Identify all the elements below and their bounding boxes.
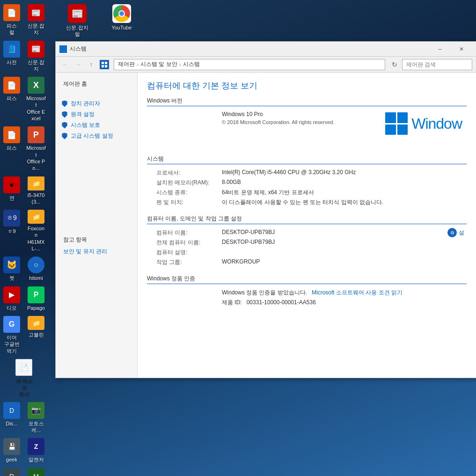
windows-version-block: Window Windows 10 Pro © 2018 Microsoft C… (147, 110, 467, 147)
section-header-version: Windows 버전 (147, 97, 467, 106)
svg-rect-1 (64, 46, 66, 49)
alcane-icon[interactable]: Z 알캔저 (24, 436, 48, 465)
address-bar[interactable]: 제어판 › 시스템 및 보안 › 시스템 (114, 59, 385, 70)
youtube-label: YouTube (111, 24, 132, 31)
product-id-row: 제품 ID: 00331-10000-00001-AA536 (147, 298, 467, 308)
full-computer-name-row: 전체 컴퓨터 이름: DESKTOP-UPB79BJ (147, 238, 467, 248)
svg-rect-4 (102, 62, 104, 64)
close-button[interactable]: ✕ (451, 42, 472, 57)
sidebar-security-link[interactable]: 보안 및 유지 관리 (56, 246, 137, 257)
i5-icon[interactable]: 📁 i5-3470(3... (24, 175, 48, 207)
svg-rect-5 (105, 62, 107, 64)
ram-row: 설치된 메모리(RAM): 8.00GB (147, 178, 467, 188)
svg-rect-2 (60, 50, 63, 52)
up-button[interactable]: ↑ (86, 59, 97, 70)
svg-rect-7 (105, 65, 107, 67)
back-button[interactable]: ← (59, 59, 71, 70)
desktop-left-icons: 📄 피스럴 📰 신문.잡지 📘 사전 📰 신문.잡지 📄 피스 X Micros… (0, 0, 54, 476)
window-title-icon (59, 45, 67, 53)
windows-logo (385, 112, 408, 135)
sidebar-item-system-protection[interactable]: 시스템 보호 (56, 120, 137, 131)
sinmun-icon[interactable]: 📰 신문.잡지 (24, 2, 48, 38)
sidebar-item-remote-settings[interactable]: 원격 설정 (56, 109, 137, 120)
ms-excel-icon[interactable]: X MicrosoftOffice Excel (24, 75, 48, 124)
sidebar-item-advanced-settings[interactable]: 고급 시스템 설정 (56, 131, 137, 141)
shield-icon-3 (61, 122, 68, 129)
windows-version-section: Windows 버전 Window Window (147, 97, 467, 147)
processor-row: 프로세서: Intel(R) Core(TM) i5-4460 CPU @ 3.… (147, 168, 467, 178)
sinmun-top-icon[interactable]: 📰 신문.잡지럴 (56, 2, 98, 40)
svg-rect-3 (64, 50, 66, 52)
activation-status-row: Windows 정품 인증을 받았습니다. Microsoft 소프트웨어 사용… (147, 288, 467, 298)
window-toolbar: ← → ↑ 제어판 › 시스템 및 보안 › 시스템 ↻ (56, 57, 476, 73)
icon-label: 신문.잡지럴 (66, 24, 88, 38)
shield-icon-1 (61, 101, 68, 107)
section-header-system: 시스템 (147, 155, 467, 164)
forward-button[interactable]: → (73, 59, 84, 70)
pen-touch-row: 펜 및 터치: 이 디스플레이에 사용할 수 있는 펜 또는 터치식 입력이 없… (147, 198, 467, 207)
sidebar-item-device-manager[interactable]: 장치 관리자 (56, 98, 137, 109)
minimize-button[interactable]: – (429, 42, 451, 57)
sidebar-home: 제어판 홈 (56, 78, 137, 90)
page-title: 컴퓨터에 대한 기본 정보 보기 (147, 80, 467, 91)
youtube-icon[interactable]: YouTube (101, 2, 143, 40)
svg-rect-6 (102, 65, 104, 67)
settings-link-area[interactable]: ⚙ 설 (447, 228, 464, 237)
computer-desc-row: 컴퓨터 설명: (147, 248, 467, 257)
activation-link[interactable]: Microsoft 소프트웨어 사용 조건 읽기 (312, 289, 403, 296)
system-section: 시스템 프로세서: Intel(R) Core(TM) i5-4460 CPU … (147, 155, 467, 207)
sidebar: 제어판 홈 장치 관리자 원격 설정 시스템 보호 고급 시스템 설정 (56, 73, 138, 378)
shield-icon-4 (61, 133, 68, 139)
dio-icon[interactable]: ▶ 디오 (0, 285, 23, 313)
window-controls: – ✕ (429, 42, 472, 57)
new-text-icon[interactable]: 📄 새 텍스트문서 (12, 357, 36, 399)
settings-link[interactable]: 설 (459, 229, 464, 237)
computer-name-section: 컴퓨터 이름, 도메인 및 작업 그룹 설정 ⚙ 설 컴퓨터 이름: DESKT… (147, 215, 467, 267)
dis-icon[interactable]: D Dis... (0, 400, 23, 436)
address-icon (100, 60, 109, 69)
main-content: 컴퓨터에 대한 기본 정보 보기 Windows 버전 Window (138, 73, 476, 378)
hs9-icon[interactable]: ㅎ9 ㅎ9 (0, 208, 23, 254)
refresh-button[interactable]: ↻ (389, 59, 400, 70)
magia-icon[interactable]: M Magia-이... (24, 466, 48, 476)
photoscape-icon[interactable]: 📷 포토스케... (24, 400, 48, 436)
papago-icon[interactable]: P Papago (24, 285, 48, 313)
window-titlebar: 시스템 – ✕ (56, 42, 476, 57)
shield-icon-2 (61, 111, 68, 118)
ms-ppt-icon[interactable]: P MicrosoftOffice Po... (24, 124, 48, 173)
search-input[interactable] (402, 59, 472, 70)
window-body: 제어판 홈 장치 관리자 원격 설정 시스템 보호 고급 시스템 설정 (56, 73, 476, 378)
pis3-icon[interactable]: 📄 피스 (0, 124, 23, 173)
desktop-top-icons: 📰 신문.잡지럴 YouTube (54, 0, 145, 42)
sinmun2-icon[interactable]: 📰 신문.잡지 (24, 39, 48, 74)
goblin-icon[interactable]: 📁 고블린 (24, 314, 48, 356)
settings-icon: ⚙ (447, 228, 457, 237)
section-header-computer-name: 컴퓨터 이름, 도메인 및 작업 그룹 설정 (147, 215, 467, 224)
geek-icon[interactable]: 💾 geek (0, 436, 23, 465)
system-window: 시스템 – ✕ ← → ↑ 제어판 › 시스템 및 보안 › 시스템 ↻ (55, 41, 476, 378)
window-title-text: 시스템 (70, 45, 429, 53)
sidebar-reference-header: 참고 항목 (56, 234, 137, 246)
product-id-value: 00331-10000-00001-AA536 (247, 299, 316, 306)
system-type-row: 시스템 종류: 64비트 운영 체제, x64 기반 프로세서 (147, 188, 467, 198)
svg-rect-0 (60, 46, 63, 49)
yeon-icon[interactable]: ● 연 (0, 175, 23, 207)
windows-text: Window (411, 115, 462, 132)
hitomi-icon[interactable]: ○ hitomi (24, 255, 48, 283)
pis-icon-1[interactable]: 📄 피스럴 (0, 2, 23, 38)
ket-icon[interactable]: 🐱 켓 (0, 255, 23, 283)
workgroup-row: 작업 그룹: WORKGROUP (147, 257, 467, 267)
section-header-activation: Windows 정품 인증 (147, 275, 467, 284)
pis2-icon[interactable]: 📄 피스 (0, 75, 23, 124)
raid-icon[interactable]: R RAID (0, 466, 23, 476)
jeon-icon[interactable]: 📘 사전 (0, 39, 23, 74)
product-id-label: 제품 ID: (222, 299, 242, 306)
activation-section: Windows 정품 인증 Windows 정품 인증을 받았습니다. Micr… (147, 275, 467, 308)
google-translate-icon[interactable]: G 이어구글번역기 (0, 314, 23, 356)
activation-status: Windows 정품 인증을 받았습니다. (222, 289, 307, 296)
computer-name-row: 컴퓨터 이름: DESKTOP-UPB79BJ (147, 228, 467, 238)
foxconn-icon[interactable]: 📁 FoxconnH61MXL-... (24, 208, 48, 254)
windows-logo-area: Window (385, 112, 462, 135)
